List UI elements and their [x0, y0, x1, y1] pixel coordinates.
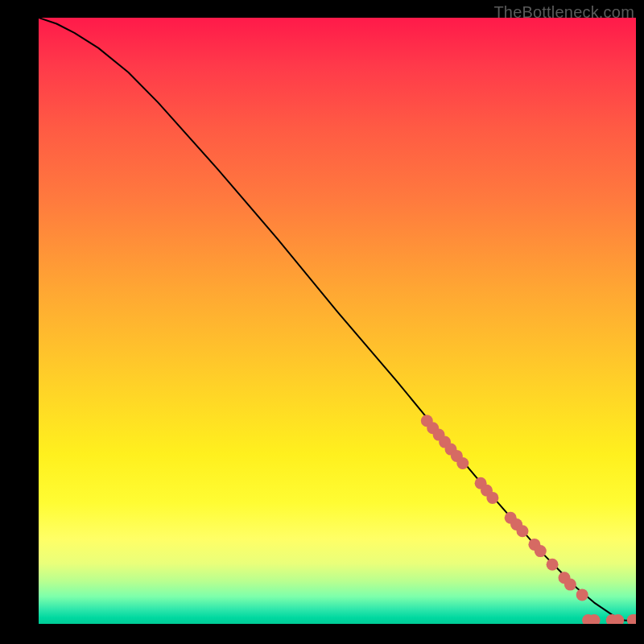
- curve-series: [39, 18, 636, 621]
- frame-right: [636, 0, 644, 644]
- data-point: [564, 579, 576, 591]
- data-point: [486, 492, 498, 504]
- data-point: [576, 588, 588, 601]
- data-point: [517, 525, 529, 537]
- marker-series: [421, 415, 636, 624]
- curve-path: [39, 18, 636, 621]
- data-point: [456, 457, 469, 469]
- watermark-text: TheBottleneck.com: [493, 3, 634, 22]
- plot-area: [39, 18, 636, 624]
- data-point: [535, 545, 547, 557]
- frame-left: [0, 0, 39, 644]
- chart-svg: [39, 18, 636, 624]
- chart-container: TheBottleneck.com: [0, 0, 644, 644]
- frame-bottom: [0, 624, 644, 644]
- data-point: [547, 559, 559, 571]
